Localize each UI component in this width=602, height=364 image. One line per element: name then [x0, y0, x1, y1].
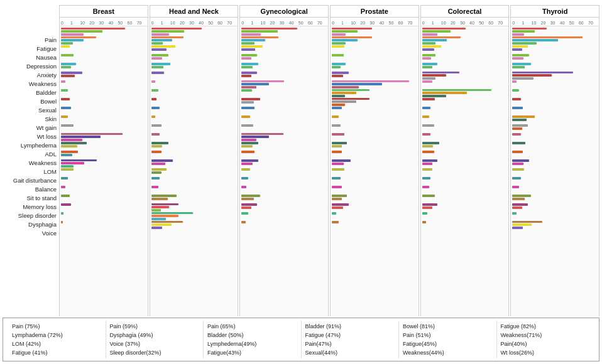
summary-line: Sexual(44%) — [305, 348, 395, 357]
x-tick: 0 — [512, 21, 522, 25]
bar-secondary — [332, 92, 356, 94]
x-tick: 1 — [161, 21, 170, 25]
bar — [241, 98, 260, 100]
bars-area — [511, 26, 599, 316]
bar — [61, 28, 125, 30]
x-tick: 60 — [398, 21, 408, 25]
bar-row — [61, 53, 146, 62]
bar — [422, 98, 435, 100]
summary-line: Pain (75%) — [12, 322, 102, 331]
y-axis-label: Anxiety — [3, 70, 59, 79]
bar — [422, 36, 461, 39]
bar-row — [151, 80, 237, 88]
bar-row — [151, 185, 237, 194]
bar-row — [332, 80, 417, 88]
bar-secondary — [151, 206, 169, 208]
bar — [422, 124, 434, 127]
summary-line: LOM (42%) — [12, 340, 102, 348]
bar-row — [241, 132, 327, 141]
summary-col-breast: Pain (75%)Lymphadema (72%)LOM (42%)Fatig… — [8, 321, 106, 358]
x-tick: 30 — [189, 21, 199, 25]
chart-header: Thyroid — [511, 6, 599, 18]
bar-row — [332, 211, 417, 220]
bar-row — [512, 141, 598, 150]
x-tick: 30 — [280, 21, 289, 25]
bar-secondary — [512, 30, 534, 33]
summary-line: Fatigue (82%) — [501, 322, 591, 331]
bar-row — [61, 194, 146, 203]
bar-row — [512, 185, 598, 194]
bar — [422, 28, 466, 30]
bar-secondary — [151, 57, 163, 60]
bar-secondary — [241, 136, 268, 138]
bar-row — [422, 97, 508, 106]
bar-row — [422, 124, 508, 132]
x-tick: 10 — [261, 21, 270, 25]
bar-row — [151, 62, 237, 71]
bar-row — [151, 194, 237, 203]
bar-row — [151, 203, 237, 211]
bar-row — [512, 159, 598, 168]
bar-row — [241, 88, 327, 97]
bar-row — [61, 45, 146, 53]
bar-row — [422, 88, 508, 97]
summary-line: Pain (65%) — [207, 322, 297, 331]
bar — [332, 80, 409, 83]
bar-row — [61, 36, 146, 45]
bar-tertiary — [512, 42, 537, 45]
bar — [241, 107, 254, 109]
bar-secondary — [512, 198, 524, 200]
bar-secondary — [151, 171, 161, 174]
bar — [61, 107, 71, 109]
bar — [422, 221, 427, 223]
bar-tertiary — [422, 77, 435, 80]
bar-secondary — [332, 30, 358, 33]
bar-row — [241, 124, 327, 132]
bar — [151, 124, 161, 127]
cancer-chart-prostate: Prostate0110203040506070 — [330, 5, 419, 316]
bar — [512, 36, 582, 39]
bar-secondary — [422, 66, 432, 68]
bar-row — [512, 97, 598, 106]
bar — [332, 151, 342, 153]
bar — [512, 186, 519, 188]
bar-row — [512, 36, 598, 45]
bar-row — [241, 185, 327, 194]
bar — [151, 203, 178, 206]
summary-line: Fatigue(45%) — [403, 340, 493, 348]
bar-row — [61, 168, 146, 176]
x-axis-ticks: 0110203040506070 — [150, 18, 238, 26]
chart-header: Colorectal — [421, 6, 509, 18]
bar-row — [241, 141, 327, 150]
x-tick: 1 — [432, 21, 441, 25]
x-tick: 1 — [251, 21, 260, 25]
bar — [151, 142, 168, 144]
bar — [61, 203, 71, 206]
y-axis-label: Balance — [3, 185, 59, 193]
bar — [61, 89, 68, 92]
summary-line: Dysphagia (49%) — [110, 331, 200, 340]
bar-secondary — [151, 145, 163, 147]
bar — [241, 221, 246, 223]
bar-tertiary — [332, 104, 345, 106]
bar-row — [332, 106, 417, 115]
bar-row — [422, 71, 508, 80]
bar-secondary — [332, 66, 341, 68]
bar-tertiary — [241, 139, 256, 141]
bar — [61, 195, 70, 197]
bar — [422, 168, 432, 171]
bar — [241, 186, 246, 188]
x-tick: 70 — [137, 21, 146, 25]
x-tick: 1 — [522, 21, 531, 25]
x-axis-ticks: 0110203040506070 — [240, 18, 328, 26]
bar — [422, 115, 429, 118]
bar-tertiary — [241, 42, 254, 45]
bar — [332, 72, 349, 74]
bar-secondary — [151, 223, 172, 226]
bar-row — [241, 220, 327, 229]
bar-secondary — [332, 198, 342, 200]
bar — [512, 124, 527, 127]
bar — [332, 98, 369, 100]
bar — [422, 89, 491, 92]
cancer-chart-gynecological: Gynecological0110203040506070 — [239, 5, 329, 316]
